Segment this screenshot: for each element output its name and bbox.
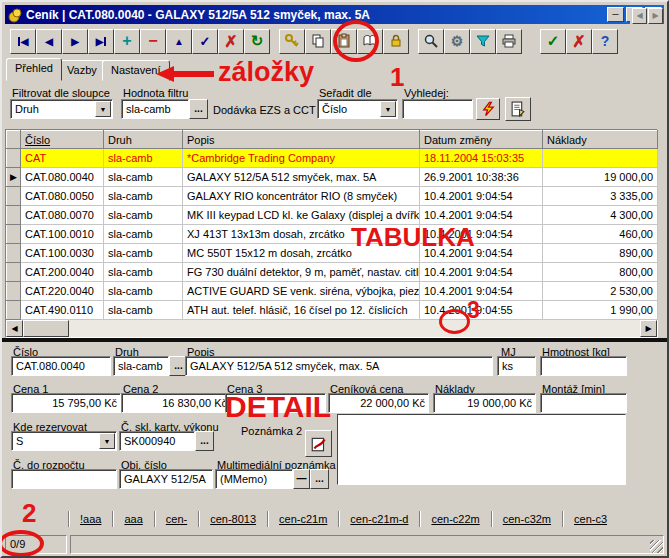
table-row[interactable]: CAT.100.0010sla-cambXJ 413T 13x13m dosah… [7,225,658,244]
cell-naklady[interactable]: 1 990,00 [543,301,658,320]
cell-datum[interactable]: 10.4.2001 9:04:54 [420,225,543,244]
cell-naklady[interactable]: 800,00 [543,263,658,282]
filter-button[interactable] [470,29,496,54]
catalog-button[interactable] [357,29,383,54]
search-input[interactable] [402,99,473,119]
mmemo-minus-button[interactable]: — [293,469,310,489]
cell-naklady[interactable]: 460,00 [543,225,658,244]
bottom-tab[interactable]: cen-8013 [210,513,256,525]
cell-druh[interactable]: sla-camb [104,149,183,168]
bottom-tab[interactable]: cen- [166,513,187,525]
cell-popis[interactable]: ATH aut. telef. hlásič, 16 čísel po 12. … [183,301,420,320]
sort-select[interactable]: Číslo ▼ [317,99,398,119]
detail-cislo-field[interactable]: CAT.080.0040 [11,356,111,376]
cell-naklady[interactable]: 4 300,00 [543,206,658,225]
cell-naklady[interactable]: 2 530,00 [543,282,658,301]
detail-kde-select[interactable]: S ▼ [11,431,117,451]
cell-popis[interactable]: XJ 413T 13x13m dosah, zrcátko [183,225,420,244]
settings-button[interactable]: ⚙ [444,29,470,54]
search-button[interactable] [418,29,444,54]
tabs-scroll-right-icon[interactable]: ▶ [648,8,663,24]
bottom-tab[interactable]: cen-c32m [503,513,551,525]
chevron-down-icon[interactable]: ▼ [99,433,115,449]
mmemo-ellipsis-button[interactable]: ... [310,469,329,489]
detail-cena2-field[interactable]: 16 830,00 Kč [121,393,231,413]
first-record-button[interactable]: ◀ [10,29,36,54]
cell-popis[interactable]: GALAXY 512/5A 512 smyček, max. 5A [183,168,420,187]
filter-value-input[interactable]: sla-camb [121,99,189,119]
tab-prehled[interactable]: Přehled [6,58,62,81]
cell-popis[interactable]: GALAXY RIO koncentrátor RIO (8 smyček) [183,187,420,206]
table-row[interactable]: CAT.100.0030sla-cambMC 550T 15x12 m dosa… [7,244,658,263]
tab-vazby[interactable]: Vazby [58,60,106,81]
print-button[interactable] [496,29,522,54]
table-row[interactable]: ▶CAT.080.0040sla-cambGALAXY 512/5A 512 s… [7,168,658,187]
table-row[interactable]: CAT.080.0070sla-cambMK III keypad LCD kl… [7,206,658,225]
resize-grip[interactable] [650,540,663,553]
refresh-button[interactable]: ↻ [244,29,270,54]
cell-cislo[interactable]: CAT.080.0040 [21,168,104,187]
bottom-tab[interactable]: cen-c21m [279,513,327,525]
column-header-popis[interactable]: Popis [183,131,420,149]
detail-objcislo-field[interactable]: GALAXY 512/5A [119,469,213,489]
bottom-tab[interactable]: cen-c21m-d [350,513,408,525]
cell-datum[interactable]: 10.4.2001 9:04:54 [420,206,543,225]
cell-druh[interactable]: sla-camb [104,263,183,282]
scroll-left-icon[interactable]: ◀ [6,320,23,337]
cell-cislo[interactable]: CAT.490.0110 [21,301,104,320]
table-row[interactable]: CAT.220.0040sla-cambACTIVE GUARD SE venk… [7,282,658,301]
copy-button[interactable] [305,29,331,54]
scroll-right-icon[interactable]: ▶ [640,320,657,337]
close-form-button[interactable]: ✗ [566,29,592,54]
cell-popis[interactable]: *Cambridge Trading Company [183,149,420,168]
help-button[interactable]: ? [592,29,618,54]
detail-cena3-field[interactable] [225,393,326,413]
detail-mj-field[interactable]: ks [497,356,536,376]
column-header-druh[interactable]: Druh [104,131,183,149]
cell-popis[interactable]: FG 730 duální detektor, 9 m, paměť, nast… [183,263,420,282]
ok-button[interactable]: ✓ [540,29,566,54]
delete-record-button[interactable]: − [140,29,166,54]
pin-button[interactable] [279,29,305,54]
detail-mmemo-field[interactable]: (MMemo) [215,469,293,489]
bottom-tab[interactable]: !aaa [80,513,101,525]
detail-rozpocet-field[interactable] [11,469,117,489]
cell-datum[interactable]: 10.4.2001 9:04:54 [420,263,543,282]
bottom-tab[interactable]: cen-c3 [574,513,607,525]
cell-druh[interactable]: sla-camb [104,301,183,320]
detail-cenikova-field[interactable]: 22 000,00 Kč [328,393,429,413]
cell-datum[interactable]: 10.4.2001 9:04:54 [420,244,543,263]
cell-cislo[interactable]: CAT.200.0040 [21,263,104,282]
cell-datum[interactable]: 10.4.2001 9:04:55 [420,301,543,320]
detail-montaz-field[interactable] [540,393,627,413]
select-list-button[interactable] [505,97,531,121]
chevron-down-icon[interactable]: ▼ [380,101,396,117]
post-edit-button[interactable]: ✓ [192,29,218,54]
table-row[interactable]: CAT.200.0040sla-cambFG 730 duální detekt… [7,263,658,282]
cell-cislo[interactable]: CAT.220.0040 [21,282,104,301]
next-record-button[interactable]: ▶ [62,29,88,54]
cell-druh[interactable]: sla-camb [104,206,183,225]
scrollbar-thumb[interactable] [23,320,69,337]
column-header-cislo[interactable]: Číslo [21,131,104,149]
cell-naklady[interactable]: 19 000,00 [543,168,658,187]
poznamka2-edit-button[interactable] [305,430,332,457]
cell-druh[interactable]: sla-camb [104,225,183,244]
insert-record-button[interactable]: + [114,29,140,54]
cell-naklady[interactable]: 3 335,00 [543,187,658,206]
bottom-tab[interactable]: aaa [124,513,142,525]
quick-search-button[interactable] [476,98,500,120]
cell-datum[interactable]: 10.4.2001 9:04:54 [420,187,543,206]
table-row[interactable]: CATsla-camb*Cambridge Trading Company18.… [7,149,658,168]
tab-nastaveni[interactable]: Nastavení [102,60,170,81]
cell-popis[interactable]: ACTIVE GUARD SE venk. siréna, výbojka, p… [183,282,420,301]
cell-cislo[interactable]: CAT.080.0050 [21,187,104,206]
minimize-button[interactable]: ─ [607,7,624,22]
last-record-button[interactable]: ▶ [88,29,114,54]
table-row[interactable]: CAT.080.0050sla-cambGALAXY RIO koncentrá… [7,187,658,206]
cell-cislo[interactable]: CAT [21,149,104,168]
table-row[interactable]: CAT.490.0110sla-cambATH aut. telef. hlás… [7,301,658,320]
detail-popis-field[interactable]: GALAXY 512/5A 512 smyček, max. 5A [185,356,493,376]
detail-cena1-field[interactable]: 15 795,00 Kč [11,393,121,413]
cell-cislo[interactable]: CAT.100.0030 [21,244,104,263]
